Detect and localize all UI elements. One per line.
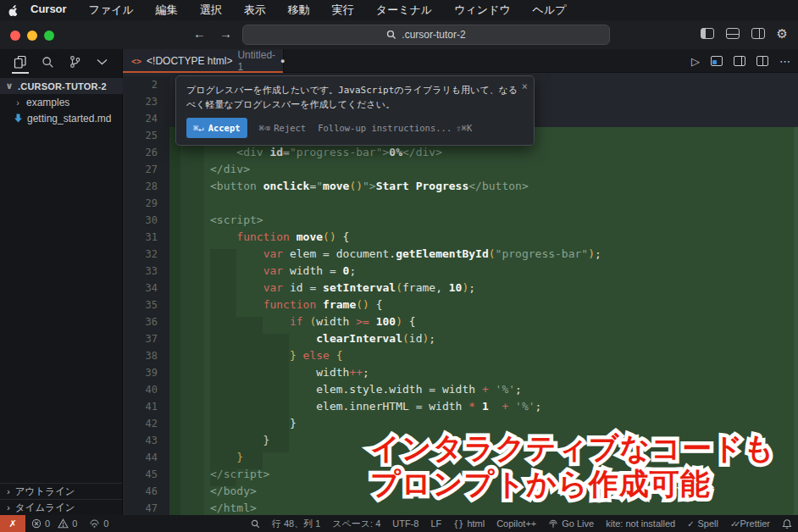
eol-setting[interactable]: LF (425, 518, 448, 529)
code-line[interactable]: 32 var elem = document.getElementById("p… (123, 246, 798, 263)
timeline-section[interactable]: › タイムライン (0, 499, 122, 515)
remote-indicator[interactable]: ✗ (0, 515, 25, 532)
outline-section[interactable]: › アウトライン (0, 483, 122, 499)
go-live-button[interactable]: Go Live (542, 518, 600, 529)
nav-back-icon[interactable]: ← (193, 26, 206, 41)
apple-logo-icon[interactable] (0, 4, 25, 17)
line-number: 40 (123, 381, 169, 398)
code-line[interactable]: 35 function frame() { (123, 296, 798, 313)
line-number: 23 (123, 93, 169, 110)
line-number: 27 (123, 161, 169, 178)
close-window-button[interactable] (10, 30, 20, 41)
menu-item-3[interactable]: 選択 (189, 3, 233, 18)
menu-item-4[interactable]: 表示 (233, 3, 277, 18)
reject-button[interactable]: ⌘⌫ Reject (259, 119, 307, 136)
menu-item-1[interactable]: ファイル (78, 3, 145, 18)
accept-button[interactable]: ⌘↵ Accept (186, 118, 247, 138)
followup-button[interactable]: Follow-up instructions... ⇧⌘K (318, 119, 472, 136)
scrollbar[interactable] (794, 127, 798, 515)
line-number: 39 (123, 364, 169, 381)
chevron-down-icon[interactable] (91, 51, 113, 73)
spell-status[interactable]: ✓ Spell (681, 518, 724, 529)
tree-item-examples[interactable]: › examples (0, 94, 122, 110)
minimize-window-button[interactable] (27, 30, 37, 41)
kite-status[interactable]: kite: not installed (600, 518, 681, 529)
tree-item-getting-started[interactable]: getting_started.md (0, 110, 122, 126)
code-line[interactable]: 31 function move() { (123, 229, 798, 246)
broadcast-icon (548, 519, 558, 529)
cursor-position[interactable]: 行 48、列 1 (266, 518, 326, 530)
code-line[interactable]: 47</html> (123, 500, 798, 515)
menu-item-5[interactable]: 移動 (277, 3, 321, 18)
ports-status[interactable]: 0 (83, 518, 114, 529)
line-number: 2 (123, 76, 169, 93)
encoding-setting[interactable]: UTF-8 (386, 518, 424, 529)
notifications-bell-icon[interactable] (776, 518, 798, 529)
code-line[interactable]: 38 } else { (123, 347, 798, 364)
app-window: Cursorファイル編集選択表示移動実行ターミナルウィンドウヘルプ ← → .c… (0, 0, 798, 532)
menu-item-8[interactable]: ウィンドウ (443, 3, 522, 18)
code-line[interactable]: 28<button onclick="move()">Start Progres… (123, 178, 798, 195)
menu-item-cursor[interactable]: Cursor (25, 3, 78, 18)
code-line[interactable]: 41 elem.innerHTML = width * 1 + '%'; (123, 398, 798, 415)
indentation-setting[interactable]: スペース: 4 (326, 518, 386, 530)
chevron-right-icon: › (7, 502, 10, 513)
more-actions-icon[interactable]: ⋯ (779, 55, 791, 68)
code-line[interactable]: 26 <div id="progress-bar">0%</div> (123, 144, 798, 161)
split-editor-icon[interactable] (734, 56, 745, 66)
line-number: 25 (123, 127, 169, 144)
prettier-status[interactable]: ✓✓ Prettier (724, 518, 776, 529)
toggle-panel-icon[interactable] (726, 28, 740, 39)
line-number: 33 (123, 263, 169, 280)
toggle-primary-sidebar-icon[interactable] (701, 28, 714, 39)
copilot-status[interactable]: Copilot++ (490, 518, 542, 529)
code-line[interactable]: 37 clearInterval(id); (123, 330, 798, 347)
problems-status[interactable]: 0 0 (25, 518, 83, 529)
line-number: 31 (123, 229, 169, 246)
code-line[interactable]: 36 if (width >= 100) { (123, 313, 798, 330)
tab-untitled-1[interactable]: <> <!DOCTYPE html> Untitled-1 ● (123, 49, 284, 73)
status-bar: ✗ 0 0 0 (0, 515, 798, 532)
menu-item-9[interactable]: ヘルプ (522, 3, 578, 18)
error-icon (31, 518, 42, 529)
search-sidebar-icon[interactable] (36, 51, 58, 73)
code-line[interactable]: 34 var id = setInterval(frame, 10); (123, 280, 798, 296)
source-control-icon[interactable] (64, 51, 86, 73)
code-line[interactable]: 42 } (123, 415, 798, 432)
open-preview-icon[interactable] (711, 56, 723, 66)
explorer-icon[interactable] (9, 51, 31, 73)
close-icon[interactable]: × (522, 78, 528, 95)
check-icon: ✓ (687, 519, 694, 529)
sidebar: ∨ .CURSOR-TUTOR-2 › examples getting_sta… (0, 49, 123, 515)
search-icon (386, 30, 396, 40)
language-mode[interactable]: {} html (447, 518, 490, 529)
code-line[interactable]: 33 var width = 0; (123, 263, 798, 280)
code-line[interactable]: 30<script> (123, 212, 798, 229)
command-center-search[interactable]: .cursor-tutor-2 (242, 25, 610, 45)
code-line[interactable]: 27</div> (123, 161, 798, 178)
maximize-window-button[interactable] (44, 30, 54, 41)
banner-line-2: プロンプトから作成可能 (370, 466, 775, 502)
toggle-secondary-sidebar-icon[interactable] (751, 28, 765, 39)
nav-forward-icon[interactable]: → (219, 26, 232, 41)
line-number: 28 (123, 178, 169, 195)
line-number: 29 (123, 195, 169, 212)
menu-item-2[interactable]: 編集 (145, 3, 189, 18)
double-check-icon: ✓✓ (730, 519, 737, 529)
editor-layout-icon[interactable] (756, 56, 768, 66)
run-icon[interactable]: ▷ (691, 55, 700, 68)
line-number: 47 (123, 500, 169, 515)
code-line[interactable]: 39 width++; (123, 364, 798, 381)
line-number: 43 (123, 432, 169, 449)
line-number: 35 (123, 296, 169, 313)
code-line[interactable]: 29 (123, 195, 798, 212)
unsaved-dot-icon[interactable]: ● (280, 57, 285, 65)
line-number: 30 (123, 212, 169, 229)
search-status-icon[interactable] (245, 519, 266, 529)
line-number: 26 (123, 144, 169, 161)
gear-icon[interactable]: ⚙ (777, 27, 788, 40)
menu-item-6[interactable]: 実行 (321, 3, 365, 18)
code-line[interactable]: 40 elem.style.width = width + '%'; (123, 381, 798, 398)
code-editor[interactable]: 2232425<div id="progress-container">26 <… (123, 73, 798, 515)
menu-item-7[interactable]: ターミナル (365, 3, 443, 18)
